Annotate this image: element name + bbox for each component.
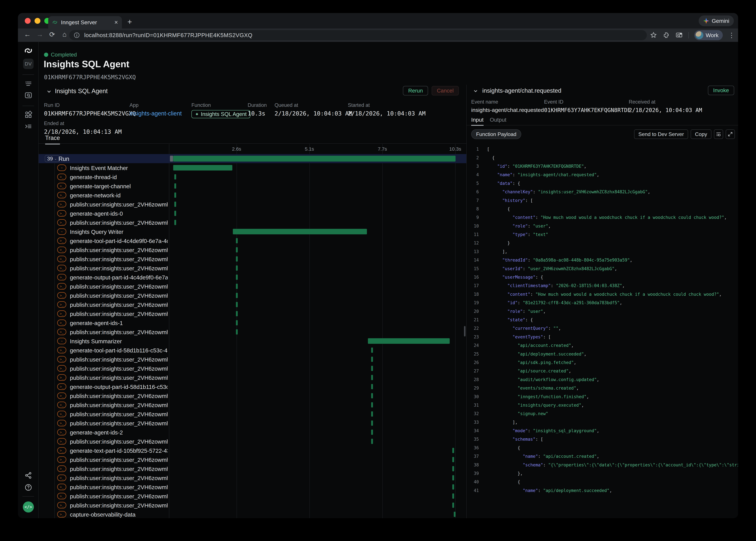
span-tick-bar[interactable] [236, 266, 238, 270]
trace-row[interactable]: >_publish:user:insights:user_2VH6zowmhZC… [39, 200, 466, 209]
step-count-toggle[interactable]: 39⌄ [45, 155, 59, 162]
span-tick-bar[interactable] [371, 411, 373, 417]
invoke-button[interactable]: Invoke [708, 86, 734, 95]
trace-row[interactable]: >_publish:user:insights:user_2VH6zowmhZC… [39, 264, 466, 272]
span-tick-bar[interactable] [174, 211, 176, 216]
window-minimize-button[interactable] [35, 18, 40, 24]
collapse-chevron-icon[interactable] [473, 88, 478, 94]
trace-row[interactable]: >_generate-thread-id [39, 172, 466, 182]
dev-server-button[interactable]: </> [18, 501, 39, 512]
span-tick-bar[interactable] [454, 512, 455, 517]
span-tick-bar[interactable] [174, 193, 176, 198]
trace-row[interactable]: >_publish:user:insights:user_2VH6zowmhZC… [39, 327, 466, 336]
span-tick-bar[interactable] [371, 375, 373, 380]
trace-row[interactable]: >_generate-output-part-id-58d1b116-c53c-… [39, 382, 466, 391]
cancel-button[interactable]: Cancel [431, 86, 459, 95]
trace-row[interactable]: >_publish:user:insights:user_2VH6zowmhZC… [39, 355, 466, 364]
span-tick-bar[interactable] [371, 384, 373, 389]
trace-row[interactable]: >_publish:user:insights:user_2VH6zowmhZC… [39, 455, 466, 464]
span-tick-bar[interactable] [452, 475, 454, 480]
span-tick-bar[interactable] [174, 202, 176, 207]
rerun-button[interactable]: Rerun [403, 86, 428, 95]
browser-tab[interactable]: Inngest Server × [48, 16, 122, 29]
trace-row[interactable]: >_publish:user:insights:user_2VH6zowmhZC… [39, 364, 466, 373]
trace-row[interactable]: ∼Insights Query Writer [39, 227, 466, 236]
span-tick-bar[interactable] [452, 484, 454, 490]
function-payload-chip[interactable]: Function Payload [471, 129, 521, 139]
trace-row[interactable]: >_publish:user:insights:user_2VH6zowmhZC… [39, 409, 466, 418]
span-tick-bar[interactable] [174, 183, 176, 189]
span-tick-bar[interactable] [236, 247, 238, 253]
word-wrap-button[interactable] [714, 130, 723, 139]
trace-row[interactable]: ∼Insights Event Matcher [39, 163, 466, 172]
span-bar[interactable] [233, 229, 367, 234]
trace-row[interactable]: >_publish:user:insights:user_2VH6zowmhZC… [39, 501, 466, 510]
span-tick-bar[interactable] [236, 274, 238, 280]
span-tick-bar[interactable] [371, 420, 373, 426]
expand-button[interactable] [726, 130, 735, 139]
span-tick-bar[interactable] [236, 320, 238, 325]
trace-row[interactable]: >_capture-observability-data [39, 510, 466, 518]
trace-row[interactable]: >_publish:user:insights:user_2VH6zowmhZC… [39, 291, 466, 300]
send-to-dev-server-button[interactable]: Send to Dev Server [634, 130, 688, 139]
browser-menu-icon[interactable]: ⋮ [728, 31, 735, 39]
trace-row[interactable]: >_publish:user:insights:user_2VH6zowmhZC… [39, 464, 466, 473]
span-tick-bar[interactable] [452, 466, 454, 471]
span-tick-bar[interactable] [236, 284, 238, 289]
span-tick-bar[interactable] [452, 457, 454, 462]
trace-row[interactable]: >_generate-text-part-id-105bf925-5722-43… [39, 446, 466, 455]
trace-row[interactable]: >_publish:user:insights:user_2VH6zowmhZC… [39, 255, 466, 264]
span-tick-bar[interactable] [452, 493, 454, 499]
sidebar-item-runs[interactable] [18, 80, 39, 88]
trace-row[interactable]: >_publish:user:insights:user_2VH6zowmhZC… [39, 491, 466, 501]
app-link[interactable]: insights-agent-client [130, 110, 182, 117]
trace-row[interactable]: >_publish:user:insights:user_2VH6zowmhZC… [39, 400, 466, 409]
span-tick-bar[interactable] [452, 503, 454, 508]
function-badge[interactable]: ✦ Insights SQL Agent [192, 110, 250, 118]
span-tick-bar[interactable] [452, 448, 454, 453]
trace-row[interactable]: ∼Insights Summarizer [39, 336, 466, 345]
span-tick-bar[interactable] [371, 439, 373, 444]
trace-row[interactable]: >_publish:user:insights:user_2VH6zowmhZC… [39, 300, 466, 309]
trace-row[interactable]: >_generate-tool-part-id-4c4de9f0-6e7a-4d… [39, 236, 466, 245]
run-duration-bar[interactable] [173, 156, 455, 162]
trace-row-run[interactable]: 39⌄ Run [39, 154, 466, 163]
copy-button[interactable]: Copy [691, 130, 711, 139]
trace-row[interactable]: >_generate-target-channel [39, 182, 466, 191]
trace-row[interactable]: >_publish:user:insights:user_2VH6zowmhZC… [39, 309, 466, 318]
tab-trace[interactable]: Trace [45, 135, 60, 145]
span-tick-bar[interactable] [236, 293, 238, 298]
trace-row[interactable]: >_publish:user:insights:user_2VH6zowmhZC… [39, 282, 466, 291]
site-info-icon[interactable] [74, 32, 80, 38]
trace-row[interactable]: >_publish:user:insights:user_2VH6zowmhZC… [39, 373, 466, 382]
span-tick-bar[interactable] [236, 329, 238, 334]
home-button[interactable]: ⌂ [60, 30, 69, 38]
span-tick-bar[interactable] [371, 347, 373, 353]
trace-row[interactable]: >_generate-output-part-id-4c4de9f0-6e7a-… [39, 272, 466, 282]
extensions-icon[interactable] [663, 32, 670, 39]
back-button[interactable]: ← [23, 30, 32, 38]
span-tick-bar[interactable] [371, 393, 373, 398]
span-tick-bar[interactable] [236, 302, 238, 307]
trace-row[interactable]: >_generate-tool-part-id-58d1b116-c53c-4e… [39, 345, 466, 355]
new-tab-button[interactable]: + [127, 17, 132, 26]
app-badge[interactable]: DV [18, 59, 39, 69]
trace-row[interactable]: >_publish:user:insights:user_2VH6zowmhZC… [39, 391, 466, 400]
gemini-button[interactable]: Gemini [699, 15, 734, 26]
trace-row[interactable]: >_publish:user:insights:user_2VH6zowmhZC… [39, 418, 466, 428]
span-tick-bar[interactable] [371, 366, 373, 371]
address-bar[interactable]: localhost:8288/run?runID=01KHRMF677RJPPH… [69, 30, 647, 40]
tab-close-icon[interactable]: × [114, 19, 118, 25]
trace-row[interactable]: >_publish:user:insights:user_2VH6zowmhZC… [39, 218, 466, 227]
tab-input[interactable]: Input [471, 117, 483, 126]
collapse-chevron-icon[interactable] [46, 89, 52, 95]
payload-code-editor[interactable]: 1[2 {3 "id": "01KHRMF63Y7AHK7EKFQGN8RTDE… [467, 143, 738, 518]
forward-button[interactable]: → [35, 30, 44, 38]
trace-row[interactable]: >_generate-network-id [39, 191, 466, 200]
trace-row[interactable]: >_generate-agent-ids-2 [39, 428, 466, 437]
reload-button[interactable]: ⟳ [48, 30, 57, 38]
span-tick-bar[interactable] [371, 430, 373, 435]
trace-row[interactable]: >_publish:user:insights:user_2VH6zowmhZC… [39, 245, 466, 255]
trace-scrollbar[interactable] [464, 326, 465, 336]
span-tick-bar[interactable] [236, 238, 238, 243]
